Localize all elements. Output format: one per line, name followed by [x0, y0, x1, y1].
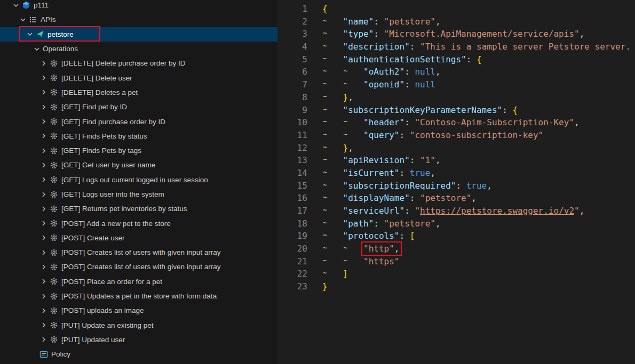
operation-icon [50, 103, 58, 111]
token-key: "isCurrent" [343, 168, 400, 178]
token-pun: : [404, 79, 415, 90]
code-text: ] [322, 268, 348, 280]
code-line[interactable]: 3"type": "Microsoft.ApiManagement/servic… [277, 28, 635, 41]
token-pun: , [580, 29, 585, 39]
chevron-down-icon[interactable] [33, 45, 41, 53]
tree-item-post-updates-a-pet-in-the-store-with-form-data[interactable]: [POST] Updates a pet in the store with f… [0, 289, 277, 303]
tree-item-post-creates-list-of-users-with-given-input-array[interactable]: [POST] Creates list of users with given … [0, 260, 277, 274]
token-kw: true [466, 181, 487, 191]
token-pun: : [374, 219, 384, 229]
code-line[interactable]: 11"query": "contoso-subscription-key" [277, 129, 635, 142]
tree-item-put-updated-user[interactable]: [PUT] Updated user [0, 333, 277, 347]
tree-item-petstore[interactable]: petstore [0, 27, 277, 42]
chevron-right-icon[interactable] [39, 292, 48, 301]
token-pun: : [410, 193, 420, 203]
code-text: "subscriptionKeyParameterNames": { [322, 104, 518, 117]
tree-item-delete-deletes-a-pet[interactable]: [DELETE] Deletes a pet [0, 85, 277, 100]
operation-icon [50, 306, 58, 315]
chevron-right-icon[interactable] [39, 306, 48, 315]
token-key: "subscriptionKeyParameterNames" [343, 105, 503, 115]
tree-item-label: [POST] uploads an image [61, 306, 144, 314]
tree-item-label: petstore [47, 30, 74, 38]
tree-item-label: [GET] Get user by user name [61, 161, 155, 169]
code-text: }, [322, 91, 353, 104]
code-line[interactable]: 7"openid": null [277, 78, 635, 91]
chevron-right-icon[interactable] [39, 147, 48, 155]
token-pun: , [435, 155, 441, 165]
tree-item-post-create-user[interactable]: [POST] Create user [0, 231, 277, 245]
code-line[interactable]: 5"authenticationSettings": { [277, 53, 635, 66]
code-line[interactable]: 21"https" [277, 255, 635, 268]
tree-item-delete-delete-user[interactable]: [DELETE] Delete user [0, 70, 277, 85]
chevron-right-icon[interactable] [39, 103, 48, 111]
chevron-right-icon[interactable] [39, 205, 48, 213]
line-number: 1 [277, 3, 307, 15]
code-line[interactable]: 15"subscriptionRequired": true, [277, 180, 635, 192]
chevron-down-icon[interactable] [12, 1, 20, 10]
code-line[interactable]: 13"apiRevision": "1", [277, 154, 635, 167]
tree-item-post-add-a-new-pet-to-the-store[interactable]: [POST] Add a new pet to the store [0, 216, 277, 230]
line-number: 21 [277, 255, 307, 268]
chevron-right-icon[interactable] [39, 117, 48, 126]
operation-icon [50, 59, 58, 68]
tree-item-get-find-pet-by-id[interactable]: [GET] Find pet by ID [0, 100, 277, 114]
code-text: "header": "Contoso-Apim-Subscription-Key… [322, 116, 580, 129]
tree-item-get-logs-user-into-the-system[interactable]: [GET] Logs user into the system [0, 187, 277, 201]
chevron-right-icon[interactable] [39, 277, 48, 286]
json-editor[interactable]: 1{2"name": "petstore",3"type": "Microsof… [277, 0, 635, 364]
chevron-down-icon[interactable] [19, 15, 27, 24]
chevron-right-icon[interactable] [39, 263, 48, 271]
code-line[interactable]: 12}, [277, 142, 635, 155]
chevron-right-icon[interactable] [39, 233, 48, 242]
tree-item-get-finds-pets-by-status[interactable]: [GET] Finds Pets by status [0, 129, 277, 143]
chevron-right-icon[interactable] [39, 74, 48, 82]
code-line[interactable]: 20"http", [277, 242, 635, 255]
tree-item-get-get-user-by-user-name[interactable]: [GET] Get user by user name [0, 158, 277, 172]
tree-item-get-find-purchase-order-by-id[interactable]: [GET] Find purchase order by ID [0, 114, 277, 128]
chevron-right-icon[interactable] [39, 321, 48, 329]
code-line[interactable]: 9"subscriptionKeyParameterNames": { [277, 104, 635, 117]
code-line[interactable]: 22] [277, 268, 635, 280]
chevron-right-icon[interactable] [39, 88, 48, 96]
tree-item-operations[interactable]: Operations [0, 42, 277, 56]
operation-icon [50, 321, 58, 329]
tree-item-policy[interactable]: Policy [0, 347, 277, 361]
code-line[interactable]: 6"oAuth2": null, [277, 66, 635, 78]
chevron-right-icon[interactable] [39, 161, 48, 169]
url-link[interactable]: https://petstore.swagger.io/v2 [420, 206, 574, 216]
chevron-right-icon[interactable] [39, 190, 48, 199]
tree-item-post-uploads-an-image[interactable]: [POST] uploads an image [0, 303, 277, 318]
tree-item-get-logs-out-current-logged-in-user-session[interactable]: [GET] Logs out current logged in user se… [0, 173, 277, 187]
token-key: "type" [343, 29, 374, 39]
tree-item-p111[interactable]: p111 [0, 0, 277, 12]
code-line[interactable]: 10"header": "Contoso-Apim-Subscription-K… [277, 116, 635, 129]
code-line[interactable]: 14"isCurrent": true, [277, 167, 635, 180]
chevron-right-icon[interactable] [39, 219, 48, 228]
code-line[interactable]: 1{ [277, 3, 635, 15]
code-line[interactable]: 17"serviceUrl": "https://petstore.swagge… [277, 205, 635, 217]
tree-item-apis[interactable]: APIs [0, 12, 277, 27]
code-line[interactable]: 23} [277, 280, 635, 293]
tree-item-post-creates-list-of-users-with-given-input-array[interactable]: [POST] Creates list of users with given … [0, 245, 277, 260]
token-kw: null [415, 67, 435, 77]
code-line[interactable]: 8}, [277, 91, 635, 104]
code-line[interactable]: 4"description": "This is a sample server… [277, 41, 635, 53]
code-line[interactable]: 19"protocols": [ [277, 230, 635, 242]
tree-item-post-place-an-order-for-a-pet[interactable]: [POST] Place an order for a pet [0, 274, 277, 289]
token-pun: : [400, 168, 410, 178]
chevron-down-icon[interactable] [26, 30, 34, 38]
tree-item-delete-delete-purchase-order-by-id[interactable]: [DELETE] Delete purchase order by ID [0, 56, 277, 70]
tree-item-put-update-an-existing-pet[interactable]: [PUT] Update an existing pet [0, 318, 277, 333]
code-line[interactable]: 2"name": "petstore", [277, 15, 635, 28]
tree-item-get-returns-pet-inventories-by-status[interactable]: [GET] Returns pet inventories by status [0, 201, 277, 216]
editor-lines: 1{2"name": "petstore",3"type": "Microsof… [277, 3, 635, 293]
code-line[interactable]: 18"path": "petstore", [277, 217, 635, 230]
chevron-right-icon[interactable] [39, 59, 48, 68]
code-text: "type": "Microsoft.ApiManagement/service… [322, 28, 584, 41]
code-line[interactable]: 16"displayName": "petstore", [277, 192, 635, 205]
chevron-right-icon[interactable] [39, 335, 48, 344]
chevron-right-icon[interactable] [39, 175, 48, 184]
chevron-right-icon[interactable] [39, 248, 48, 257]
chevron-right-icon[interactable] [39, 132, 48, 140]
tree-item-get-finds-pets-by-tags[interactable]: [GET] Finds Pets by tags [0, 143, 277, 158]
